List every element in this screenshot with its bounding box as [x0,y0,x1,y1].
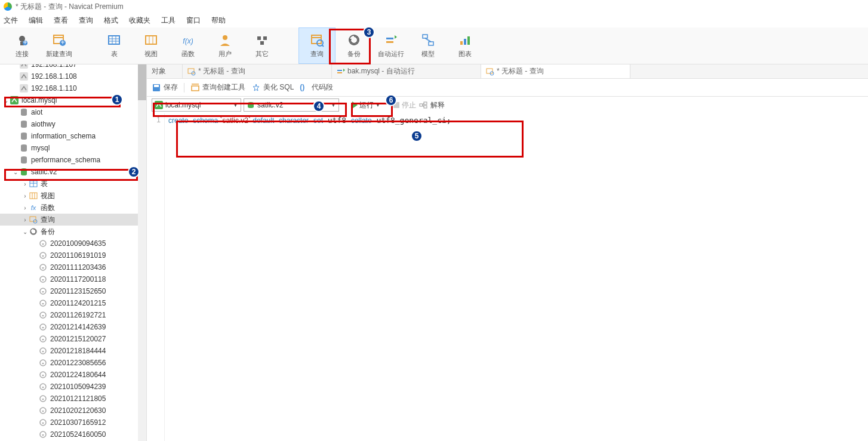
beautify-sql-button[interactable]: 美化 SQL [251,82,294,92]
menu-window[interactable]: 窗口 [186,16,201,26]
auto-icon [384,33,398,47]
stop-button: 停止 [393,100,416,110]
svg-rect-33 [460,41,463,45]
tree-node-label: aiot [31,108,42,116]
tree-db-item[interactable]: performance_schema [0,154,146,166]
toolbar-query-button[interactable]: 查询 [298,27,335,64]
svg-marker-62 [42,279,44,281]
menu-file[interactable]: 文件 [4,16,18,26]
tree-backup-node[interactable]: ⌄备份 [0,226,146,238]
tree-backup-item[interactable]: 20201117200118 [0,273,146,285]
tab-label: 对象 [152,66,166,76]
toolbar-model-button[interactable]: 模型 [410,27,447,64]
tree-backup-item[interactable]: 20201106191019 [0,249,146,261]
svg-marker-72 [42,339,44,341]
chevron-icon: › [21,193,29,199]
tree-backup-item[interactable]: 20201009094635 [0,238,146,249]
connection-selector-row: local.mysql ▼ satlic.v2 ▼ 运行 ▼ 停止 解释 [147,97,868,113]
tree-node-label: 192.168.1.110 [31,84,77,92]
toolbar-newquery-button[interactable]: +新建查询 [41,27,78,64]
menu-help[interactable]: 帮助 [211,16,226,26]
document-tab[interactable]: 对象 [147,64,183,78]
menu-edit[interactable]: 编辑 [29,16,43,26]
tree-backup-item[interactable]: 20201215120027 [0,333,146,345]
toolbar-view-button[interactable]: 视图 [133,27,170,64]
menu-query[interactable]: 查询 [79,16,93,26]
database-dropdown[interactable]: satlic.v2 ▼ [244,98,339,112]
tree-backup-item[interactable]: 20201126192721 [0,309,146,321]
menu-view[interactable]: 查看 [54,16,68,26]
tree-db-satlic[interactable]: ⌄satlic.v2 [0,166,146,178]
tree-conn-item[interactable]: 192.168.1.108 [0,70,146,82]
tree-backup-item[interactable]: 20201224180644 [0,369,146,381]
tree-backup-item[interactable]: 20201111203436 [0,261,146,273]
tree-node-label: 20201124201215 [50,299,106,307]
chart-icon [458,33,472,47]
tree-backup-item[interactable]: 20210105094239 [0,381,146,393]
sql-editor[interactable]: 1 create schema `satlic.v2` default char… [147,113,868,441]
tree-backup-item[interactable]: 20201123152650 [0,285,146,297]
tree-backup-item[interactable]: 20210202120630 [0,405,146,417]
explain-label: 解释 [430,100,445,110]
svg-marker-93 [343,69,345,72]
scrollbar-thumb[interactable] [138,64,146,100]
tree-conn-item[interactable]: 192.168.1.110 [0,82,146,94]
svg-rect-92 [337,72,342,73]
menu-tools[interactable]: 工具 [161,16,176,26]
tree-backup-item[interactable]: 20201218184444 [0,345,146,357]
explain-button[interactable]: 解释 [418,100,445,110]
toolbar-label: 连接 [16,50,29,58]
toolbar-table-button[interactable]: 表 [96,27,133,64]
tree-db-item[interactable]: mysql [0,142,146,154]
toolbar-auto-button[interactable]: 自动运行 [373,27,410,64]
toolbar-backup-button[interactable]: 备份 [335,27,373,64]
sidebar-scrollbar[interactable]: ▲ [138,64,146,441]
tree-view-node[interactable]: ›视图 [0,190,146,202]
toolbar-label: 表 [111,50,118,58]
document-tab[interactable]: * 无标题 - 查询 [183,64,332,78]
run-button[interactable]: 运行 ▼ [349,98,384,112]
editor-area: 对象* 无标题 - 查询bak.mysql - 自动运行* 无标题 - 查询 保… [147,64,868,441]
tree-db-item[interactable]: aiot [0,106,146,118]
svg-rect-8 [109,36,119,44]
connection-dropdown[interactable]: local.mysql ▼ [152,98,241,112]
toolbar-plug-button[interactable]: +连接 [4,27,41,64]
tree-conn-localmysql[interactable]: ⌄local.mysql [0,94,146,106]
svg-rect-94 [487,69,493,73]
run-label: 运行 [359,100,374,110]
tree-query-node[interactable]: ›查询 [0,214,146,226]
save-button[interactable]: 保存 [152,82,178,92]
svg-marker-88 [42,434,44,436]
menu-format[interactable]: 格式 [104,16,118,26]
main-toolbar: +连接+新建查询表视图f(x)函数用户其它查询备份自动运行模型图表 [0,27,868,64]
menu-favorites[interactable]: 收藏夹 [129,16,150,26]
tree-backup-item[interactable]: 20210524160050 [0,428,146,440]
tree-backup-item[interactable]: 20210121121805 [0,393,146,405]
query-icon [310,33,324,47]
svg-point-17 [223,35,227,40]
tree-backup-item[interactable]: 20201223085656 [0,357,146,369]
tree-backup-item[interactable]: 20201214142639 [0,321,146,333]
tree-conn-item[interactable]: 192.168.1.107 [0,64,146,70]
tree-node-label: 备份 [41,227,55,237]
tree-table-node[interactable]: ›表 [0,178,146,190]
model-icon [421,33,435,47]
tree-node-icon [10,95,19,105]
tree-node-label: aiothwy [31,120,56,128]
tree-db-item[interactable]: information_schema [0,130,146,142]
tree-backup-item[interactable]: 20210307165912 [0,417,146,428]
code-snippet-button[interactable]: () 代码段 [300,82,333,92]
document-tab[interactable]: * 无标题 - 查询 [481,64,630,78]
query-builder-button[interactable]: 查询创建工具 [190,82,245,92]
tree-backup-item[interactable]: 20201124201215 [0,297,146,309]
sql-text[interactable]: create schema `satlic.v2` default charac… [165,113,868,441]
toolbar-user-button[interactable]: 用户 [207,27,244,64]
toolbar-other-button[interactable]: 其它 [244,27,281,64]
tree-fx-node[interactable]: ›fx函数 [0,202,146,214]
document-tab[interactable]: bak.mysql - 自动运行 [332,64,481,78]
tree-node-label: 20201126192721 [50,311,106,319]
tree-db-item[interactable]: aiothwy [0,118,146,130]
tab-label: * 无标题 - 查询 [497,66,544,76]
toolbar-fx-button[interactable]: f(x)函数 [170,27,207,64]
toolbar-chart-button[interactable]: 图表 [447,27,484,64]
